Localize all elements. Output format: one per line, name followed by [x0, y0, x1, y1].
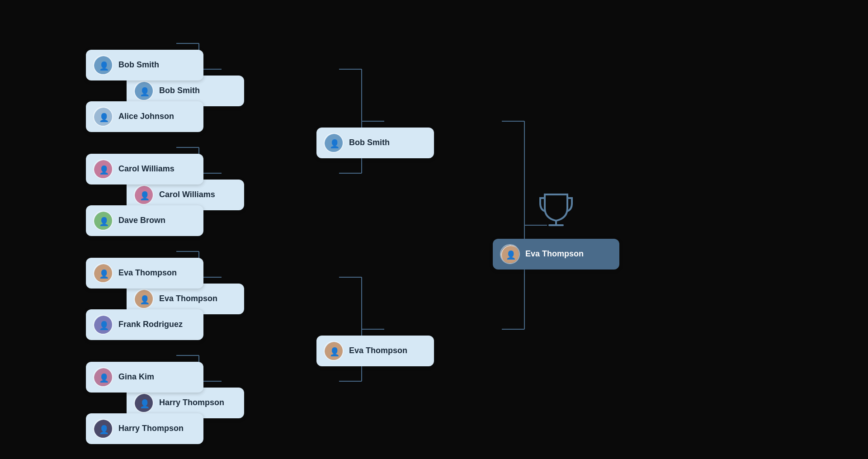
bracket-container: 👤 Bob Smith 👤 Alice Johnson 👤 Carol Will… — [0, 0, 868, 459]
player-name-dave-r1: Dave Brown — [118, 216, 165, 225]
round-3: 👤 Bob Smith 👤 Eva Thompson — [316, 22, 434, 438]
player-name-bob-r1: Bob Smith — [118, 60, 159, 70]
avatar-eva-r2: 👤 — [134, 289, 154, 309]
player-name-harry-r1: Harry Thompson — [118, 424, 184, 433]
avatar-harry-r2: 👤 — [134, 393, 154, 413]
avatar-bob-r3: 👤 — [324, 133, 344, 153]
player-card-harry-r1[interactable]: 👤 Harry Thompson — [86, 413, 203, 444]
avatar-dave-r1: 👤 — [93, 211, 113, 231]
player-card-dave-r1[interactable]: 👤 Dave Brown — [86, 205, 203, 236]
final-round: 👤 Eva Thompson — [488, 22, 624, 438]
avatar-harry-r1: 👤 — [93, 419, 113, 439]
player-name-bob-r3: Bob Smith — [349, 138, 390, 147]
player-name-eva-r2: Eva Thompson — [159, 294, 217, 303]
avatar-carol-r1: 👤 — [93, 159, 113, 179]
avatar-eva-r1: 👤 — [93, 263, 113, 283]
player-name-eva-r3: Eva Thompson — [349, 346, 407, 355]
player-card-eva-r1[interactable]: 👤 Eva Thompson — [86, 258, 203, 289]
avatar-bob-r1: 👤 — [93, 55, 113, 75]
player-name-harry-r2: Harry Thompson — [159, 398, 224, 407]
player-name-gina-r1: Gina Kim — [118, 372, 154, 382]
trophy-icon — [538, 190, 574, 228]
avatar-gina-r1: 👤 — [93, 367, 113, 387]
player-name-bob-r2: Bob Smith — [159, 86, 200, 95]
avatar-bob-r2: 👤 — [134, 81, 154, 101]
player-name-carol-r2: Carol Williams — [159, 190, 215, 199]
player-card-carol-r1[interactable]: 👤 Carol Williams — [86, 154, 203, 185]
player-card-winner[interactable]: 👤 Eva Thompson — [493, 239, 619, 270]
player-card-gina-r1[interactable]: 👤 Gina Kim — [86, 362, 203, 393]
player-name-alice-r1: Alice Johnson — [118, 112, 174, 121]
player-name-eva-r1: Eva Thompson — [118, 268, 177, 278]
avatar-frank-r1: 👤 — [93, 315, 113, 335]
player-name-winner: Eva Thompson — [525, 249, 584, 259]
player-card-bob-r1[interactable]: 👤 Bob Smith — [86, 50, 203, 80]
player-card-alice-r1[interactable]: 👤 Alice Johnson — [86, 101, 203, 132]
player-name-frank-r1: Frank Rodriguez — [118, 320, 183, 329]
player-card-bob-r3[interactable]: 👤 Bob Smith — [316, 128, 434, 158]
avatar-winner: 👤 — [500, 244, 520, 264]
avatar-eva-r3: 👤 — [324, 341, 344, 361]
player-card-frank-r1[interactable]: 👤 Frank Rodriguez — [86, 309, 203, 340]
avatar-carol-r2: 👤 — [134, 185, 154, 205]
player-card-eva-r3[interactable]: 👤 Eva Thompson — [316, 336, 434, 366]
avatar-alice-r1: 👤 — [93, 107, 113, 127]
player-name-carol-r1: Carol Williams — [118, 164, 175, 174]
